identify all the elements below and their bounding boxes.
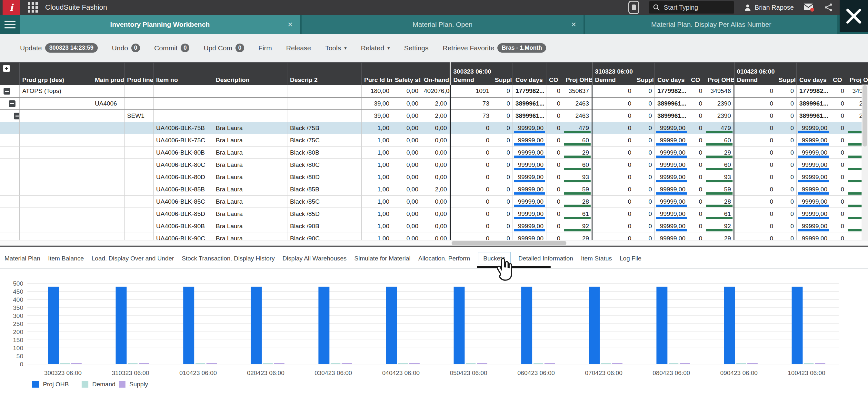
column-header-descrip-2[interactable]: Descrip 2 (287, 63, 362, 85)
share-icon[interactable] (824, 3, 833, 12)
grid-horizontal-scrollbar[interactable] (0, 240, 868, 246)
toolbar-button-tools[interactable]: Tools▾ (325, 44, 347, 52)
table-row[interactable]: UA4006-BLK-85CBra LauraBlack /85C1,000,0… (0, 195, 868, 208)
grid-cell: 99999,00 (655, 171, 688, 183)
column-header-label: Item no (156, 77, 210, 84)
detail-tab-item-status[interactable]: Item Status (581, 255, 612, 262)
grid-cell (20, 208, 92, 220)
detail-tab-detailed-information[interactable]: Detailed Information (518, 255, 573, 262)
table-row[interactable]: SEW139,000,002,007303899961...0246300389… (0, 110, 868, 122)
cov-days-bar (798, 217, 829, 219)
table-row[interactable]: UA400639,000,002,007303899961...02463003… (0, 97, 868, 110)
workspace-tab-label: Material Plan. Display Per Alias Number (651, 21, 771, 28)
toolbar-button-related[interactable]: Related▾ (361, 44, 390, 52)
column-header-010423-06-00-cov-days[interactable]: Cov days (797, 63, 830, 85)
grid-cell (92, 159, 125, 171)
column-header-item-no[interactable]: Item no (154, 63, 213, 85)
grid-cell: 0 (592, 110, 634, 122)
detail-tab-log-file[interactable]: Log File (620, 255, 642, 262)
toolbar-button-upd-com[interactable]: Upd Com0 (204, 43, 244, 52)
column-header-310323-06-00-co[interactable]: CO (688, 63, 705, 85)
column-header-safety-stk[interactable]: Safety stk (392, 63, 421, 85)
grid-cell: 29 (705, 147, 734, 159)
detail-tab-simulate-for-material[interactable]: Simulate for Material (354, 255, 411, 262)
collapse-icon[interactable] (14, 113, 20, 119)
homepage-icon[interactable] (628, 1, 639, 14)
menu-icon[interactable] (0, 15, 20, 34)
column-header-300323-06-00-proj-ohb[interactable]: Proj OHB (563, 63, 592, 85)
column-header-label: Cov days (799, 77, 827, 84)
column-header-prod-grp-des[interactable]: Prod grp (des) (20, 63, 92, 85)
proj-ohb-bar (706, 205, 733, 207)
workspace-tab-inventory-planning-workbench[interactable]: Inventory Planning Workbench✕ (20, 15, 300, 34)
column-header-prod-line[interactable]: Prod line (125, 63, 154, 85)
grid-vertical-scrollbar[interactable] (862, 85, 868, 240)
grid-cell: 0 (734, 85, 776, 97)
column-header-300323-06-00-suppl[interactable]: Suppl (492, 63, 513, 85)
detail-tab-buckets[interactable]: Buckets (478, 252, 510, 265)
user-menu[interactable]: Brian Rapose (744, 4, 794, 11)
bar-supply (477, 363, 487, 364)
detail-tab-load-display-over-and-under[interactable]: Load. Display Over and Under (92, 255, 174, 262)
collapse-icon[interactable] (4, 88, 10, 95)
grid-cell: 0,00 (421, 134, 450, 147)
toolbar-button-update[interactable]: Update300323 14:23:59 (20, 43, 98, 53)
toolbar-button-settings[interactable]: Settings (404, 44, 429, 52)
mail-icon[interactable] (804, 3, 814, 12)
table-row[interactable]: UA4006-BLK-80DBra LauraBlack /80D1,000,0… (0, 171, 868, 183)
expand-all-icon[interactable] (3, 65, 10, 72)
grid-cell: 0 (776, 232, 797, 241)
y-tick-label: 0 (20, 361, 23, 368)
table-row[interactable]: UA4006-BLK-75CBra LauraBlack /75C1,000,0… (0, 134, 868, 147)
table-row[interactable]: UA4006-BLK-75BBra LauraBlack /75B1,000,0… (0, 122, 868, 134)
search-box[interactable] (649, 1, 734, 13)
column-header-purc-ld-tm[interactable]: Purc ld tm (362, 63, 392, 85)
toolbar-button-retrieve-favorite[interactable]: Retrieve FavoriteBras - 1.Month (443, 43, 547, 53)
grid-cell: 2390 (705, 97, 734, 110)
grid-cell: 1,00 (362, 147, 392, 159)
column-header-300323-06-00-co[interactable]: CO (547, 63, 563, 85)
detail-tab-display-all-warehouses[interactable]: Display All Warehouses (283, 255, 347, 262)
toolbar-button-commit[interactable]: Commit0 (154, 43, 189, 52)
toolbar-button-label: Firm (258, 44, 272, 52)
table-row[interactable]: UA4006-BLK-90CBra LauraBlack /90C1,000,0… (0, 232, 868, 241)
table-row[interactable]: ATOPS (Tops)180,000,00402076,00109101779… (0, 85, 868, 97)
column-header-310323-06-00-demnd[interactable]: 310323 06:00Demnd (592, 63, 634, 85)
grid-cell: 0 (688, 208, 705, 220)
table-row[interactable]: UA4006-BLK-85BBra LauraBlack /85B1,000,0… (0, 183, 868, 195)
column-header-on-hand[interactable]: On-hand (421, 63, 450, 85)
app-launcher-icon[interactable] (28, 2, 38, 12)
search-input[interactable] (663, 4, 720, 11)
column-header-010423-06-00-proj-ohb[interactable]: Proj OHB (847, 63, 868, 85)
column-header-010423-06-00-suppl[interactable]: Suppl (776, 63, 797, 85)
table-row[interactable]: UA4006-BLK-85DBra LauraBlack /85D1,000,0… (0, 208, 868, 220)
table-row[interactable]: UA4006-BLK-90BBra LauraBlack /90B1,000,0… (0, 220, 868, 232)
toolbar-button-undo[interactable]: Undo0 (112, 43, 140, 52)
detail-tab-stock-transaction-display-history[interactable]: Stock Transaction. Display History (182, 255, 275, 262)
column-header-description[interactable]: Description (213, 63, 287, 85)
column-header-300323-06-00-cov-days[interactable]: Cov days (513, 63, 547, 85)
table-row[interactable]: UA4006-BLK-80CBra LauraBlack /80C1,000,0… (0, 159, 868, 171)
toolbar-button-firm[interactable]: Firm (258, 44, 272, 52)
toolbar-button-release[interactable]: Release (286, 44, 311, 52)
scrollbar-thumb[interactable] (863, 85, 867, 147)
detail-tab-item-balance[interactable]: Item Balance (48, 255, 84, 262)
scrollbar-thumb[interactable] (452, 241, 566, 245)
collapse-icon[interactable] (9, 100, 16, 107)
detail-tab-material-plan[interactable]: Material Plan (4, 255, 40, 262)
column-header-main-prod[interactable]: Main prod (92, 63, 125, 85)
tab-close-icon[interactable]: ✕ (287, 21, 293, 28)
workspace-tab-material-plan-display-per-alias-number[interactable]: Material Plan. Display Per Alias Number (585, 15, 837, 34)
column-header-310323-06-00-cov-days[interactable]: Cov days (655, 63, 688, 85)
grid-cell: 1,00 (362, 134, 392, 147)
table-row[interactable]: UA4006-BLK-80BBra LauraBlack /80B1,000,0… (0, 147, 868, 159)
tab-close-icon[interactable]: ✕ (571, 21, 577, 28)
column-header-010423-06-00-co[interactable]: CO (830, 63, 847, 85)
column-header-300323-06-00-demnd[interactable]: 300323 06:00Demnd (450, 63, 492, 85)
column-header-310323-06-00-suppl[interactable]: Suppl (634, 63, 655, 85)
column-header-310323-06-00-proj-ohb[interactable]: Proj OHB (705, 63, 734, 85)
detail-tab-allocation-perform[interactable]: Allocation. Perform (418, 255, 470, 262)
column-header-010423-06-00-demnd[interactable]: 010423 06:00Demnd (734, 63, 776, 85)
workspace-tab-material-plan-open[interactable]: Material Plan. Open✕ (302, 15, 584, 34)
workbench-close-button[interactable] (840, 0, 868, 32)
